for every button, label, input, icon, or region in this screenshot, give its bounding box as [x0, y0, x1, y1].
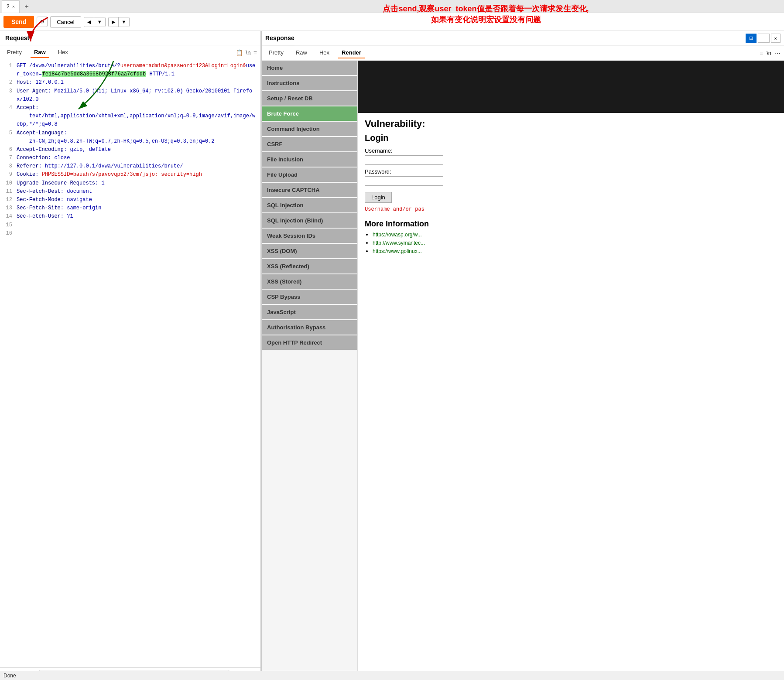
- nav-csp-bypass[interactable]: CSP Bypass: [262, 290, 357, 304]
- username-label: Username:: [365, 147, 777, 154]
- code-line-9: 9 Cookie: PHPSESSID=bauah7s7pavovqp5273c…: [0, 171, 260, 179]
- done-bar: Done: [0, 671, 784, 680]
- next-button[interactable]: ▶: [109, 17, 119, 27]
- tab-2[interactable]: 2 ×: [2, 0, 20, 13]
- send-button[interactable]: Send: [3, 16, 34, 28]
- resp-menu-icon[interactable]: ⋯: [775, 50, 781, 56]
- view-toggle-split[interactable]: ⊞: [746, 34, 757, 43]
- code-area: 1 GET /dvwa/vulnerabilities/brute/?usern…: [0, 60, 260, 667]
- code-line-15: 15: [0, 221, 260, 229]
- render-area: Home Instructions Setup / Reset DB Brute…: [262, 61, 784, 680]
- nav-xss-reflected[interactable]: XSS (Reflected): [262, 259, 357, 273]
- nav-xss-dom[interactable]: XSS (DOM): [262, 244, 357, 258]
- nav-file-upload[interactable]: File Upload: [262, 167, 357, 182]
- code-line-5: 5 Accept-Language: zh-CN,zh;q=0.8,zh-TW;…: [0, 129, 260, 146]
- response-panel: Response ⊞ — × Pretty Raw Hex Render ≡ \…: [262, 31, 784, 680]
- code-line-16: 16: [0, 229, 260, 238]
- code-line-3: 3 User-Agent: Mozilla/5.0 (X11; Linux x8…: [0, 87, 260, 104]
- nav-brute-force[interactable]: Brute Force: [262, 106, 357, 121]
- vulnerability-title: Vulnerability:: [365, 118, 777, 130]
- resp-tab-pretty[interactable]: Pretty: [265, 48, 287, 58]
- nav-button-group: ◀ ▼: [84, 17, 106, 27]
- response-panel-header: Response: [265, 31, 294, 45]
- login-button[interactable]: Login: [365, 192, 392, 203]
- username-input[interactable]: [365, 155, 443, 165]
- menu-icon[interactable]: ≡: [253, 49, 257, 56]
- more-info-link-3[interactable]: https://www.golinux...: [373, 248, 422, 254]
- code-line-4: 4 Accept: text/html,application/xhtml+xm…: [0, 104, 260, 129]
- more-info-heading: More Information: [365, 219, 777, 229]
- code-line-6: 6 Accept-Encoding: gzip, deflate: [0, 146, 260, 154]
- render-top-bar: [358, 61, 784, 113]
- nav-csrf[interactable]: CSRF: [262, 137, 357, 151]
- code-line-13: 13 Sec-Fetch-Site: same-origin: [0, 204, 260, 212]
- nav-authorisation-bypass[interactable]: Authorisation Bypass: [262, 320, 357, 335]
- resp-tab-raw[interactable]: Raw: [292, 48, 311, 58]
- code-line-10: 10 Upgrade-Insecure-Requests: 1: [0, 179, 260, 188]
- view-toggle-horiz[interactable]: —: [758, 34, 770, 43]
- password-group: Password:: [365, 168, 777, 186]
- toolbar: Send ⚙ Cancel ◀ ▼ ▶ ▼: [0, 13, 784, 31]
- more-info-section: More Information https://owasp.org/w... …: [365, 219, 777, 254]
- resp-tab-render[interactable]: Render: [338, 48, 365, 58]
- next-dropdown-button[interactable]: ▼: [119, 17, 130, 27]
- response-panel-tabs: Pretty Raw Hex Render ≡ \n ⋯: [262, 46, 784, 61]
- render-body: Vulnerability: Login Username: Password:…: [358, 113, 784, 261]
- code-line-7: 7 Connection: close: [0, 154, 260, 162]
- newline-icon[interactable]: \n: [246, 49, 251, 56]
- next-button-group: ▶ ▼: [108, 17, 130, 27]
- request-panel: Request Pretty Raw Hex 📋 \n ≡ 1 GET /dvw…: [0, 31, 262, 680]
- prev-button[interactable]: ◀: [84, 17, 94, 27]
- nav-javascript[interactable]: JavaScript: [262, 305, 357, 319]
- nav-open-http-redirect[interactable]: Open HTTP Redirect: [262, 335, 357, 350]
- cancel-button[interactable]: Cancel: [50, 16, 81, 28]
- nav-weak-session-ids[interactable]: Weak Session IDs: [262, 229, 357, 243]
- nav-file-inclusion[interactable]: File Inclusion: [262, 152, 357, 167]
- done-label: Done: [3, 673, 16, 679]
- nav-sidebar: Home Instructions Setup / Reset DB Brute…: [262, 61, 358, 680]
- resp-tab-hex[interactable]: Hex: [316, 48, 333, 58]
- tab-hex[interactable]: Hex: [55, 47, 72, 58]
- nav-xss-stored[interactable]: XSS (Stored): [262, 274, 357, 289]
- code-line-1: 1 GET /dvwa/vulnerabilities/brute/?usern…: [0, 62, 260, 79]
- nav-sql-injection-blind[interactable]: SQL Injection (Blind): [262, 213, 357, 228]
- resp-panel-icons: ≡ \n ⋯: [760, 50, 781, 56]
- nav-sql-injection[interactable]: SQL Injection: [262, 198, 357, 212]
- nav-insecure-captcha[interactable]: Insecure CAPTCHA: [262, 183, 357, 197]
- tab-raw[interactable]: Raw: [31, 47, 49, 58]
- code-line-2: 2 Host: 127.0.0.1: [0, 79, 260, 87]
- tab-pretty[interactable]: Pretty: [3, 47, 25, 58]
- settings-button[interactable]: ⚙: [37, 17, 48, 27]
- resp-list-icon[interactable]: ≡: [760, 50, 763, 56]
- resp-newline-icon[interactable]: \n: [767, 50, 771, 56]
- login-heading: Login: [365, 133, 777, 143]
- request-panel-tabs: Pretty Raw Hex 📋 \n ≡: [0, 45, 260, 60]
- username-group: Username:: [365, 147, 777, 165]
- copy-icon[interactable]: 📋: [236, 49, 243, 56]
- main-area: Request Pretty Raw Hex 📋 \n ≡ 1 GET /dvw…: [0, 31, 784, 680]
- code-line-14: 14 Sec-Fetch-User: ?1: [0, 212, 260, 221]
- view-toggle-group: ⊞ — ×: [746, 32, 781, 44]
- new-tab-button[interactable]: +: [21, 1, 32, 12]
- gear-icon: ⚙: [40, 19, 45, 25]
- tab-label: 2: [7, 3, 10, 10]
- close-icon[interactable]: ×: [12, 4, 15, 9]
- nav-setup-reset[interactable]: Setup / Reset DB: [262, 91, 357, 106]
- nav-instructions[interactable]: Instructions: [262, 76, 357, 90]
- more-info-link-2[interactable]: http://www.symantec...: [373, 240, 425, 246]
- prev-dropdown-button[interactable]: ▼: [94, 17, 105, 27]
- nav-home[interactable]: Home: [262, 61, 357, 75]
- code-line-8: 8 Referer: http://127.0.0.1/dvwa/vulnera…: [0, 162, 260, 171]
- render-content: Vulnerability: Login Username: Password:…: [358, 61, 784, 680]
- password-label: Password:: [365, 168, 777, 175]
- code-line-11: 11 Sec-Fetch-Dest: document: [0, 188, 260, 196]
- more-info-link-1[interactable]: https://owasp.org/w...: [373, 232, 422, 238]
- tab-bar: 2 × +: [0, 0, 784, 13]
- more-info-links: https://owasp.org/w... http://www.symant…: [365, 231, 777, 254]
- panel-tab-icons: 📋 \n ≡: [236, 49, 257, 56]
- password-input[interactable]: [365, 176, 443, 186]
- error-text: Username and/or pas: [365, 206, 777, 212]
- code-line-12: 12 Sec-Fetch-Mode: navigate: [0, 196, 260, 204]
- view-toggle-single[interactable]: ×: [771, 34, 781, 43]
- nav-command-injection[interactable]: Command Injection: [262, 122, 357, 136]
